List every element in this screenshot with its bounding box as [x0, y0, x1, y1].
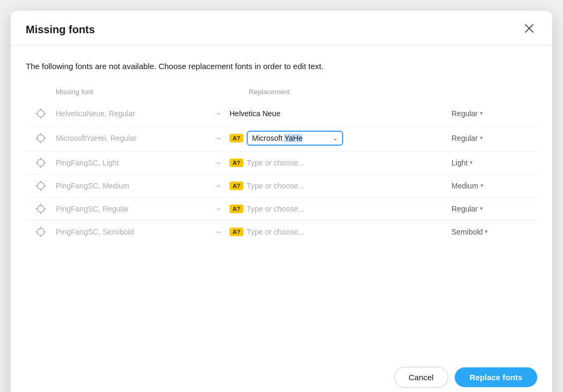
- missing-font-name: PingFangSC, Light: [56, 159, 206, 167]
- arrow-icon: →: [206, 204, 229, 213]
- replacement-cell[interactable]: A?Type or choose...: [229, 159, 451, 167]
- weight-chevron-icon: ▾: [480, 182, 484, 189]
- replacement-input-text: Microsoft YaHe: [252, 134, 330, 142]
- arrow-icon: →: [206, 181, 229, 190]
- weight-label: Light: [451, 159, 468, 167]
- replacement-cell[interactable]: A?Type or choose...: [229, 182, 451, 190]
- cancel-button[interactable]: Cancel: [394, 367, 448, 388]
- replacement-cell: Helvetica Neue: [229, 109, 451, 118]
- replacement-font-name: Helvetica Neue: [229, 109, 280, 118]
- font-badge: A?: [229, 228, 243, 236]
- svg-point-22: [38, 205, 45, 212]
- dialog-footer: Cancel Replace fonts: [11, 356, 552, 392]
- table-row: PingFangSC, Regular→A?Type or choose...R…: [26, 197, 537, 220]
- dialog-body: The following fonts are not available. C…: [11, 46, 552, 356]
- missing-fonts-dialog: Missing fonts The following fonts are no…: [11, 11, 552, 392]
- weight-chevron-icon: ▾: [480, 134, 483, 141]
- font-badge: A?: [229, 205, 243, 213]
- description-text: The following fonts are not available. C…: [26, 61, 537, 73]
- weight-label: Semibold: [451, 228, 483, 236]
- svg-point-7: [38, 134, 45, 141]
- weight-chevron-icon: ▾: [470, 159, 473, 166]
- crosshair-icon: [26, 226, 56, 238]
- missing-font-name: MicrosoftYaHei, Regular: [56, 134, 206, 142]
- font-badge: A?: [229, 159, 243, 167]
- replacement-cell[interactable]: A?Type or choose...: [229, 228, 451, 236]
- svg-point-2: [38, 110, 45, 117]
- arrow-icon: →: [206, 133, 229, 142]
- table-row: PingFangSC, Semibold→A?Type or choose...…: [26, 220, 537, 243]
- weight-dropdown[interactable]: Medium▾: [451, 182, 537, 190]
- font-badge: A?: [229, 134, 243, 142]
- missing-font-name: PingFangSC, Regular: [56, 205, 206, 213]
- crosshair-icon: [26, 157, 56, 169]
- col-replacement-label: Replacement: [249, 88, 451, 96]
- replacement-input[interactable]: Microsoft YaHe⌄: [247, 131, 343, 146]
- weight-dropdown[interactable]: Semibold▾: [451, 228, 537, 236]
- crosshair-icon: [26, 108, 56, 119]
- table-row: PingFangSC, Light→A?Type or choose...Lig…: [26, 151, 537, 174]
- crosshair-icon: [26, 203, 56, 215]
- dialog-title: Missing fonts: [26, 24, 95, 36]
- arrow-icon: →: [206, 109, 229, 118]
- table-row: MicrosoftYaHei, Regular→A?Microsoft YaHe…: [26, 125, 537, 151]
- arrow-icon: →: [206, 227, 229, 236]
- weight-label: Regular: [451, 109, 478, 118]
- type-or-choose-placeholder[interactable]: Type or choose...: [247, 182, 304, 190]
- font-badge: A?: [229, 182, 243, 190]
- svg-point-12: [38, 159, 45, 166]
- close-button[interactable]: [521, 22, 537, 36]
- svg-point-17: [38, 182, 45, 189]
- col-missing-label: Missing font: [56, 88, 227, 96]
- missing-font-name: PingFangSC, Semibold: [56, 228, 206, 236]
- replacement-cell[interactable]: A?Type or choose...: [229, 205, 451, 213]
- missing-font-name: HelveticaNeue, Regular: [56, 109, 206, 118]
- type-or-choose-placeholder[interactable]: Type or choose...: [247, 228, 304, 236]
- weight-dropdown[interactable]: Light▾: [451, 159, 537, 167]
- weight-chevron-icon: ▾: [485, 228, 488, 235]
- table-row: PingFangSC, Medium→A?Type or choose...Me…: [26, 174, 537, 197]
- weight-dropdown[interactable]: Regular▾: [451, 205, 537, 213]
- arrow-icon: →: [206, 158, 229, 167]
- crosshair-icon: [26, 132, 56, 144]
- replacement-cell[interactable]: A?Microsoft YaHe⌄: [229, 131, 451, 146]
- replace-fonts-button[interactable]: Replace fonts: [455, 367, 537, 387]
- type-or-choose-placeholder[interactable]: Type or choose...: [247, 159, 304, 167]
- font-rows-container: HelveticaNeue, Regular→Helvetica NeueReg…: [26, 102, 537, 243]
- missing-font-name: PingFangSC, Medium: [56, 182, 206, 190]
- weight-label: Medium: [451, 182, 478, 190]
- weight-label: Regular: [451, 134, 478, 142]
- svg-point-27: [38, 228, 45, 235]
- crosshair-icon: [26, 180, 56, 192]
- weight-chevron-icon: ▾: [480, 110, 483, 117]
- table-header: Missing font Replacement: [26, 88, 537, 100]
- weight-chevron-icon: ▾: [480, 205, 483, 212]
- table-row: HelveticaNeue, Regular→Helvetica NeueReg…: [26, 102, 537, 125]
- weight-label: Regular: [451, 205, 478, 213]
- weight-dropdown[interactable]: Regular▾: [451, 109, 537, 118]
- weight-dropdown[interactable]: Regular▾: [451, 134, 537, 142]
- chevron-down-icon: ⌄: [332, 134, 338, 142]
- dialog-header: Missing fonts: [11, 11, 552, 46]
- type-or-choose-placeholder[interactable]: Type or choose...: [247, 205, 304, 213]
